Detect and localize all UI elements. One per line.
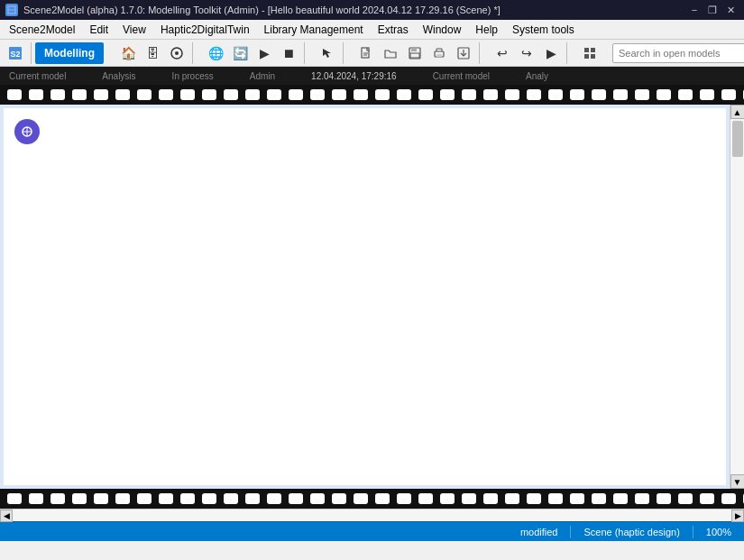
status-strip: Current model Analysis In process Admin … bbox=[0, 67, 744, 85]
film-hole bbox=[397, 89, 411, 100]
svg-rect-19 bbox=[584, 54, 589, 59]
scroll-up-button[interactable]: ▲ bbox=[730, 105, 745, 119]
film-hole bbox=[635, 89, 649, 100]
film-hole bbox=[721, 89, 736, 100]
status-zoom[interactable]: 100% bbox=[701, 522, 737, 541]
status-analysis: Analysis bbox=[102, 71, 135, 81]
film-hole bbox=[29, 493, 43, 504]
film-hole bbox=[332, 493, 346, 504]
status-analy: Analy bbox=[526, 71, 548, 81]
close-button[interactable]: ✕ bbox=[722, 3, 739, 17]
film-hole bbox=[418, 493, 433, 504]
canvas-area[interactable] bbox=[0, 105, 730, 489]
design-canvas[interactable] bbox=[4, 108, 726, 485]
film-hole bbox=[159, 493, 173, 504]
status-modified[interactable]: modified bbox=[515, 522, 564, 541]
film-hole bbox=[678, 89, 693, 100]
app-logo-button[interactable]: S2 bbox=[4, 42, 27, 64]
film-hole bbox=[635, 493, 649, 504]
menu-extras[interactable]: Extras bbox=[371, 20, 416, 40]
toolbar-file2-group bbox=[354, 42, 480, 64]
grid-button[interactable] bbox=[578, 42, 602, 64]
scroll-left-button[interactable]: ◀ bbox=[0, 510, 13, 522]
film-hole bbox=[440, 89, 455, 100]
film-hole bbox=[29, 89, 43, 100]
film-hole bbox=[159, 89, 173, 100]
menu-help[interactable]: Help bbox=[468, 20, 505, 40]
forward-button[interactable]: ▶ bbox=[253, 42, 276, 64]
database-button[interactable]: 🗄 bbox=[141, 42, 164, 64]
film-holes-bottom bbox=[0, 489, 744, 509]
minimize-button[interactable]: − bbox=[686, 3, 703, 17]
select-button[interactable] bbox=[316, 42, 339, 64]
film-hole bbox=[354, 493, 368, 504]
scene-node[interactable] bbox=[14, 119, 40, 144]
stop-button[interactable]: ⏹ bbox=[277, 42, 300, 64]
svg-rect-20 bbox=[591, 54, 595, 59]
horizontal-scrollbar[interactable]: ◀ ▶ bbox=[0, 509, 744, 521]
svg-marker-6 bbox=[323, 49, 331, 58]
menu-haptic2digitaltwin[interactable]: Haptic2DigitalTwin bbox=[153, 20, 257, 40]
scroll-right-button[interactable]: ▶ bbox=[731, 510, 744, 522]
film-hole bbox=[700, 493, 714, 504]
menu-library-management[interactable]: Library Management bbox=[257, 20, 371, 40]
export-button[interactable] bbox=[452, 42, 475, 64]
menu-bar: Scene2Model Edit View Haptic2DigitalTwin… bbox=[0, 20, 744, 40]
menu-view[interactable]: View bbox=[115, 20, 153, 40]
film-hole bbox=[267, 493, 281, 504]
film-hole bbox=[180, 493, 195, 504]
modelling-mode-button[interactable]: Modelling bbox=[35, 42, 104, 64]
open-file-button[interactable] bbox=[379, 42, 402, 64]
scroll-track[interactable] bbox=[730, 119, 744, 474]
film-hole bbox=[94, 89, 108, 100]
search-input[interactable] bbox=[612, 43, 744, 63]
save-button[interactable] bbox=[403, 42, 427, 64]
film-hole bbox=[245, 89, 260, 100]
film-hole bbox=[613, 89, 628, 100]
film-hole bbox=[202, 493, 216, 504]
svg-rect-12 bbox=[410, 53, 419, 58]
print-button[interactable] bbox=[427, 42, 451, 64]
restore-button[interactable]: ❐ bbox=[704, 3, 721, 17]
film-hole bbox=[267, 89, 281, 100]
redo-button[interactable]: ↪ bbox=[515, 42, 538, 64]
arrow-right-button[interactable]: ▶ bbox=[539, 42, 563, 64]
svg-rect-17 bbox=[584, 48, 589, 52]
status-bar: modified Scene (haptic design) 100% bbox=[0, 521, 744, 541]
hscroll-track[interactable] bbox=[13, 510, 731, 521]
film-hole bbox=[224, 493, 238, 504]
film-hole bbox=[462, 89, 476, 100]
toolbar-file-group: 🌐 🔄 ▶ ⏹ bbox=[204, 42, 305, 64]
globe-button[interactable]: 🌐 bbox=[204, 42, 227, 64]
menu-scene2model[interactable]: Scene2Model bbox=[2, 20, 82, 40]
film-hole bbox=[354, 89, 368, 100]
film-hole bbox=[310, 89, 325, 100]
film-hole bbox=[527, 493, 541, 504]
home-button[interactable]: 🏠 bbox=[116, 42, 140, 64]
film-hole bbox=[115, 89, 130, 100]
menu-window[interactable]: Window bbox=[416, 20, 469, 40]
film-hole bbox=[180, 89, 195, 100]
film-hole bbox=[592, 493, 606, 504]
film-hole bbox=[678, 493, 693, 504]
film-hole bbox=[375, 89, 390, 100]
film-hole bbox=[721, 493, 736, 504]
refresh-button[interactable]: 🔄 bbox=[228, 42, 252, 64]
undo-button[interactable]: ↩ bbox=[491, 42, 514, 64]
film-hole bbox=[51, 493, 65, 504]
title-bar: Scene2Model (alpha) 1.7.0: Modelling Too… bbox=[0, 0, 744, 20]
film-hole bbox=[657, 89, 671, 100]
film-hole bbox=[137, 493, 152, 504]
menu-edit[interactable]: Edit bbox=[82, 20, 115, 40]
film-hole bbox=[72, 89, 87, 100]
film-hole bbox=[570, 493, 584, 504]
cursor-button[interactable] bbox=[165, 42, 188, 64]
new-file-button[interactable] bbox=[354, 42, 378, 64]
scroll-thumb[interactable] bbox=[732, 121, 743, 157]
film-hole bbox=[700, 89, 714, 100]
scroll-down-button[interactable]: ▼ bbox=[730, 474, 745, 489]
status-scene-type[interactable]: Scene (haptic design) bbox=[578, 522, 684, 541]
film-hole bbox=[505, 493, 519, 504]
vertical-scrollbar[interactable]: ▲ ▼ bbox=[730, 105, 744, 489]
menu-system-tools[interactable]: System tools bbox=[505, 20, 582, 40]
